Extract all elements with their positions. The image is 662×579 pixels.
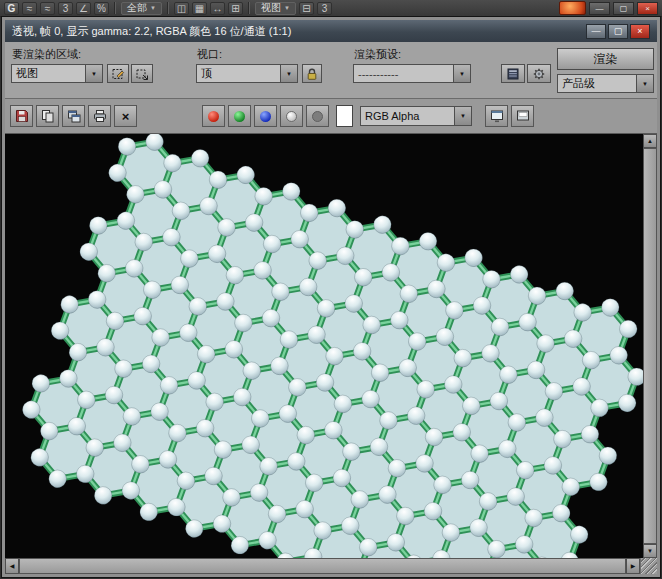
scroll-right-icon: ▶ xyxy=(631,563,636,569)
view-menu-label: 视图 xyxy=(261,1,281,15)
red-channel-button[interactable] xyxy=(202,105,225,127)
save-icon xyxy=(15,109,29,123)
app-maximize-button[interactable]: ▢ xyxy=(613,2,634,15)
render-button-label: 渲染 xyxy=(594,51,618,68)
render-preset-label: 渲染预设: xyxy=(354,47,401,62)
render-image xyxy=(5,134,643,558)
resize-grip[interactable] xyxy=(640,558,657,574)
blue-channel-button[interactable] xyxy=(254,105,277,127)
schematic-view-icon[interactable]: ⊟ xyxy=(299,2,314,15)
red-channel-icon xyxy=(208,111,219,122)
production-preset-value: 产品级 xyxy=(558,76,636,91)
percent-snap-icon[interactable]: % xyxy=(94,2,109,15)
background-color-swatch[interactable] xyxy=(336,105,353,127)
horizontal-scrollbar[interactable]: ◀ ▶ xyxy=(5,558,657,574)
chevron-down-icon: ▼ xyxy=(85,65,102,82)
toggle-ui-button[interactable] xyxy=(511,105,534,127)
monitor-overlay-icon xyxy=(490,109,504,123)
edit-region-button[interactable] xyxy=(107,64,129,83)
snap-toggle-icon[interactable]: ≈ xyxy=(22,2,37,15)
clear-image-button[interactable]: × xyxy=(114,105,137,127)
environment-effects-button[interactable] xyxy=(527,64,551,83)
render-canvas xyxy=(5,134,643,558)
render-controls-toolbar: 要渲染的区域: 视图 ▼ 视口: 顶 ▼ xyxy=(5,42,657,99)
chevron-down-icon: ▼ xyxy=(284,5,290,11)
scroll-left-icon: ◀ xyxy=(10,563,15,569)
blue-channel-icon xyxy=(260,111,271,122)
screen: G ≈ ≈ 3 ∠ % 全部 ▼ ◫ ▦ ↔ ⊞ 视图 ▼ ⊟ 3 — ▢ × … xyxy=(0,0,662,579)
horizontal-scroll-thumb[interactable] xyxy=(19,558,626,574)
lock-icon xyxy=(305,67,319,81)
render-setup-icon xyxy=(506,67,520,81)
clear-x-icon: × xyxy=(122,110,130,123)
scroll-down-icon: ▼ xyxy=(647,548,653,554)
render-button[interactable]: 渲染 xyxy=(557,48,654,70)
scroll-up-button[interactable]: ▲ xyxy=(643,134,657,148)
render-frame-window: 透视, 帧 0, 显示 gamma: 2.2, RGBA 颜色 16 位/通道 … xyxy=(2,17,660,577)
image-tools-toolbar: × RGB Alpha ▼ xyxy=(5,99,657,134)
window-title: 透视, 帧 0, 显示 gamma: 2.2, RGBA 颜色 16 位/通道 … xyxy=(12,24,291,39)
minimize-button[interactable]: — xyxy=(586,24,606,39)
render-production-icon[interactable] xyxy=(559,1,586,15)
maximize-button[interactable]: ▢ xyxy=(608,24,628,39)
save-image-button[interactable] xyxy=(10,105,33,127)
vertical-scrollbar[interactable]: ▲ ▼ xyxy=(643,134,657,558)
app-close-button[interactable]: × xyxy=(637,2,658,15)
channel-display-dropdown[interactable]: RGB Alpha ▼ xyxy=(360,106,472,126)
chevron-down-icon: ▼ xyxy=(280,65,297,82)
area-to-render-label: 要渲染的区域: xyxy=(12,47,81,62)
align-icon[interactable]: ↔ xyxy=(210,2,225,15)
render-preset-dropdown[interactable]: ----------- ▼ xyxy=(353,64,471,83)
toggle-ui-overlays-button[interactable] xyxy=(485,105,508,127)
clone-window-button[interactable] xyxy=(62,105,85,127)
layer-manager-icon[interactable]: ▦ xyxy=(192,2,207,15)
toolbar-divider xyxy=(248,2,250,14)
snap-toggle-2-icon[interactable]: ≈ xyxy=(40,2,55,15)
view-menu[interactable]: 视图 ▼ xyxy=(255,2,296,15)
production-preset-dropdown[interactable]: 产品级 ▼ xyxy=(557,74,654,93)
vertical-scroll-thumb[interactable] xyxy=(643,148,657,544)
titlebar[interactable]: 透视, 帧 0, 显示 gamma: 2.2, RGBA 颜色 16 位/通道 … xyxy=(5,20,657,42)
scroll-down-button[interactable]: ▼ xyxy=(643,544,657,558)
close-button[interactable]: × xyxy=(630,24,650,39)
alpha-channel-icon xyxy=(312,111,323,122)
auto-region-button[interactable] xyxy=(131,64,153,83)
selection-filter-value: 全部 xyxy=(127,1,147,15)
green-channel-icon xyxy=(234,111,245,122)
scroll-left-button[interactable]: ◀ xyxy=(5,558,19,574)
toolbar-divider xyxy=(114,2,116,14)
copy-image-button[interactable] xyxy=(36,105,59,127)
gear-icon xyxy=(532,67,546,81)
scroll-right-button[interactable]: ▶ xyxy=(626,558,640,574)
green-channel-button[interactable] xyxy=(228,105,251,127)
auto-region-icon xyxy=(135,67,149,81)
snap-3d-icon[interactable]: 3 xyxy=(317,2,332,15)
scroll-up-icon: ▲ xyxy=(647,138,653,144)
clone-icon xyxy=(67,109,81,123)
selection-filter-dropdown[interactable]: 全部 ▼ xyxy=(121,2,162,15)
print-image-button[interactable] xyxy=(88,105,111,127)
monochrome-channel-button[interactable] xyxy=(280,105,303,127)
angle-snap-icon[interactable]: ∠ xyxy=(76,2,91,15)
toolbar-divider xyxy=(167,2,169,14)
area-to-render-dropdown[interactable]: 视图 ▼ xyxy=(11,64,103,83)
mirror-icon[interactable]: ◫ xyxy=(174,2,189,15)
render-preset-value: ----------- xyxy=(354,68,453,80)
app-minimize-button[interactable]: — xyxy=(589,2,610,15)
chevron-down-icon: ▼ xyxy=(454,107,471,125)
app-logo-icon[interactable]: G xyxy=(4,2,19,15)
viewport-value: 顶 xyxy=(197,66,280,81)
viewport-label: 视口: xyxy=(197,47,222,62)
area-to-render-value: 视图 xyxy=(12,66,85,81)
lock-viewport-button[interactable] xyxy=(302,64,322,83)
alpha-channel-button[interactable] xyxy=(306,105,329,127)
viewport-dropdown[interactable]: 顶 ▼ xyxy=(196,64,298,83)
monochrome-channel-icon xyxy=(286,111,297,122)
snap-3d-icon[interactable]: 3 xyxy=(58,2,73,15)
edit-region-icon xyxy=(111,67,125,81)
print-icon xyxy=(93,109,107,123)
curve-editor-icon[interactable]: ⊞ xyxy=(228,2,243,15)
copy-icon xyxy=(41,109,55,123)
render-setup-button[interactable] xyxy=(501,64,525,83)
channel-display-value: RGB Alpha xyxy=(361,110,454,122)
